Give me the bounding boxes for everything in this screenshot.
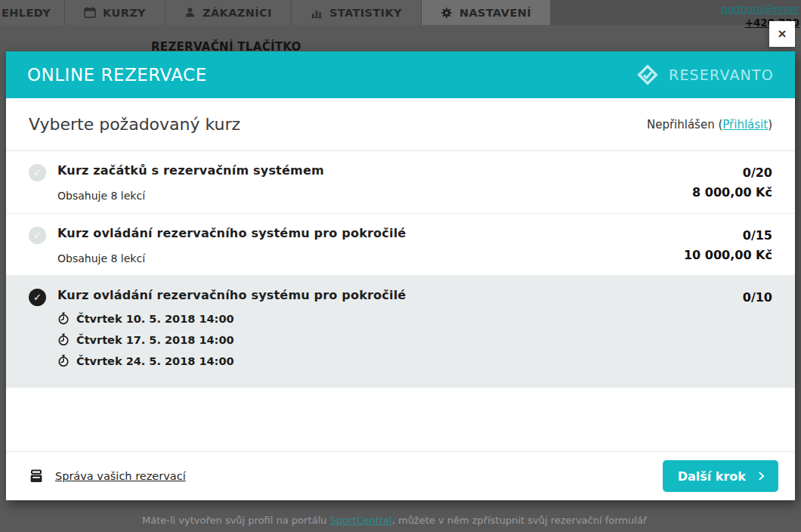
- help-text-part2: , můžete v něm zpřístupnit svůj rezervač…: [392, 515, 648, 526]
- modal-close-button[interactable]: ×: [769, 21, 795, 47]
- person-icon: [184, 7, 196, 18]
- manage-reservations-link[interactable]: Správa vašich rezervací: [55, 470, 186, 482]
- modal-footer: Správa vašich rezervací Další krok: [6, 451, 795, 500]
- session-label: Čtvrtek 10. 5. 2018 14:00: [76, 313, 234, 325]
- course-row[interactable]: ✓ Kurz začátků s rezervačním systémem Ob…: [6, 151, 795, 214]
- reservanto-brand: RESERVANTO: [634, 61, 774, 88]
- course-meta: 0/10: [743, 288, 772, 308]
- course-info: Kurz ovládání rezervačního systému pro p…: [57, 288, 743, 376]
- chevron-right-icon: [756, 470, 766, 482]
- course-subtitle: Obsahuje 8 lekcí: [57, 190, 692, 202]
- course-meta: 0/20 8 000,00 Kč: [692, 163, 772, 203]
- modal-title: ONLINE REZERVACE: [27, 65, 207, 85]
- check-icon: ✓: [33, 167, 42, 178]
- next-step-button[interactable]: Další krok: [663, 460, 778, 492]
- session-label: Čtvrtek 24. 5. 2018 14:00: [76, 355, 234, 367]
- clock-icon: [57, 354, 70, 367]
- clock-icon: [57, 312, 70, 325]
- course-capacity: 0/20: [692, 163, 772, 183]
- next-step-label: Další krok: [678, 469, 746, 484]
- nav-tab-statistiky[interactable]: STATISTIKY: [291, 0, 421, 25]
- reservanto-logo-icon: [634, 61, 661, 88]
- course-title: Kurz ovládání rezervačního systému pro p…: [57, 226, 684, 240]
- course-subtitle: Obsahuje 8 lekcí: [57, 252, 684, 264]
- nav-tab-label: STATISTIKY: [329, 7, 402, 19]
- help-text-part1: Máte-li vytvořen svůj profil na portálu: [142, 515, 329, 526]
- course-info: Kurz ovládání rezervačního systému pro p…: [57, 226, 684, 264]
- session-item: Čtvrtek 10. 5. 2018 14:00: [57, 312, 743, 325]
- modal-header: ONLINE REZERVACE RESERVANTO: [6, 51, 795, 98]
- main-nav: EHLEDY KURZY ZÁKAZNÍCI: [0, 0, 801, 25]
- check-icon: ✓: [33, 230, 42, 241]
- step-heading: Vyberte požadovaný kurz: [29, 115, 240, 134]
- session-list: Čtvrtek 10. 5. 2018 14:00 Čtvrtek 17. 5.…: [57, 312, 743, 367]
- session-item: Čtvrtek 17. 5. 2018 14:00: [57, 333, 743, 346]
- nav-tab-zakaznici[interactable]: ZÁKAZNÍCI: [165, 0, 291, 25]
- bar-chart-icon: [311, 8, 323, 18]
- support-email-link[interactable]: podpora@reser: [721, 3, 799, 15]
- nav-tab-label: ZÁKAZNÍCI: [203, 7, 272, 19]
- sportcentral-link[interactable]: SportCentral: [329, 515, 391, 526]
- course-capacity: 0/10: [743, 288, 772, 308]
- nav-tab-nastaveni[interactable]: NASTAVENÍ: [421, 0, 550, 25]
- check-icon: ✓: [33, 292, 42, 303]
- login-status-prefix: Nepřihlášen (: [647, 118, 722, 131]
- brand-name: RESERVANTO: [669, 66, 774, 83]
- course-title: Kurz ovládání rezervačního systému pro p…: [57, 288, 743, 302]
- online-reservation-modal: ONLINE REZERVACE RESERVANTO Vyberte poža…: [6, 51, 795, 500]
- check-circle-icon: ✓: [29, 227, 46, 244]
- modal-heading-row: Vyberte požadovaný kurz Nepřihlášen (Při…: [6, 98, 795, 151]
- course-meta: 0/15 10 000,00 Kč: [684, 226, 772, 265]
- course-info: Kurz začátků s rezervačním systémem Obsa…: [57, 163, 692, 202]
- nav-tab-kurzy[interactable]: KURZY: [64, 0, 165, 25]
- modal-body-spacer: [6, 388, 795, 451]
- course-title: Kurz začátků s rezervačním systémem: [57, 163, 692, 178]
- course-row[interactable]: ✓ Kurz ovládání rezervačního systému pro…: [6, 214, 795, 276]
- nav-tab-label: NASTAVENÍ: [459, 7, 531, 19]
- login-link[interactable]: Přihlásit: [722, 118, 768, 131]
- login-status: Nepřihlášen (Přihlásit): [647, 118, 772, 131]
- course-capacity: 0/15: [684, 226, 772, 246]
- calendar-icon: [84, 7, 96, 18]
- gear-icon: [441, 7, 453, 19]
- check-circle-icon: ✓: [29, 289, 46, 306]
- background-help-text: Máte-li vytvořen svůj profil na portálu …: [142, 512, 686, 532]
- reservations-box-icon: [29, 469, 44, 484]
- course-row-selected[interactable]: ✓ Kurz ovládání rezervačního systému pro…: [6, 276, 795, 388]
- course-price: 10 000,00 Kč: [684, 246, 772, 265]
- clock-icon: [57, 333, 70, 346]
- nav-tab-label: EHLEDY: [2, 7, 51, 19]
- session-label: Čtvrtek 17. 5. 2018 14:00: [76, 334, 234, 346]
- close-icon: ×: [778, 26, 786, 42]
- login-status-suffix: ): [768, 118, 772, 131]
- nav-tab-label: KURZY: [103, 7, 146, 19]
- nav-tab-prehledy[interactable]: EHLEDY: [0, 0, 64, 25]
- manage-reservations[interactable]: Správa vašich rezervací: [29, 469, 186, 484]
- course-price: 8 000,00 Kč: [692, 183, 772, 203]
- check-circle-icon: ✓: [29, 164, 46, 181]
- session-item: Čtvrtek 24. 5. 2018 14:00: [57, 354, 743, 367]
